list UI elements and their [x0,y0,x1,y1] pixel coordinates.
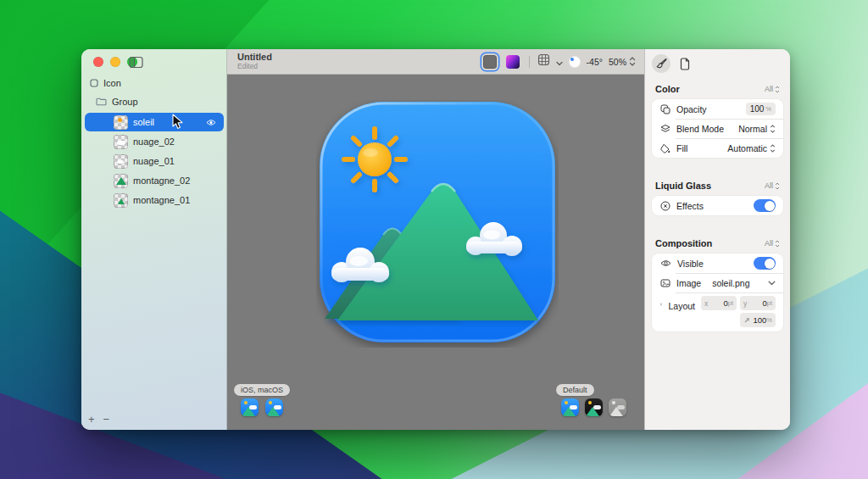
image-filename: soleil.png [712,278,749,288]
blend-mode-icon [660,124,670,134]
color-scope-selector[interactable]: All [765,85,780,93]
blend-mode-label: Blend Mode [676,124,724,134]
appearance-preview-dark[interactable] [585,398,603,416]
layout-y-input[interactable]: y 0 pt [740,296,776,310]
blend-mode-row: Blend Mode Normal [652,119,783,138]
liquid-glass-scope-selector[interactable]: All [765,181,780,190]
light-angle-button[interactable] [569,56,581,68]
layout-icon [660,299,662,309]
add-layer-button[interactable]: + [88,415,95,425]
layer-row-nuage-01[interactable]: nuage_01 [85,152,224,170]
mouse-cursor [172,114,183,133]
composition-section-title: Composition [655,238,712,248]
effects-label: Effects [676,201,704,211]
platform-preview-macos[interactable] [265,398,283,416]
toggle-sidebar-button[interactable] [129,56,143,69]
grid-options-button[interactable] [556,54,563,70]
image-label: Image [676,278,701,288]
grid-button[interactable] [537,53,550,70]
inspector-panel: Color All Opacity 100 % [644,49,790,430]
fill-row: Fill Automatic [652,138,783,158]
group-label: Group [112,97,138,107]
close-button[interactable] [93,57,103,67]
background-swatch-gradient[interactable] [504,53,521,70]
root-label: Icon [103,78,121,88]
folder-icon [96,97,107,106]
layer-row-montagne-02[interactable]: montagne_02 [85,171,224,190]
minimize-button[interactable] [110,57,120,67]
image-row: Image soleil.png [652,273,783,292]
document-state: Edited [237,63,272,71]
canvas: Untitled Edited [227,49,644,430]
opacity-icon [660,104,670,114]
scale-arrow-icon [743,317,750,324]
layout-row: Layout x 0 pt y 0 pt [652,292,783,331]
layer-name: montagne_01 [133,195,190,205]
layout-label: Layout [668,301,695,311]
icon-composer-window: Icon Group soleil [81,49,790,430]
sidebar-item-group[interactable]: Group [81,93,227,110]
stepper-icon [775,240,780,248]
effects-row: Effects [652,196,783,215]
effects-toggle[interactable] [754,199,776,212]
layer-thumbnail-mountain-small [114,193,128,208]
layout-scale-input[interactable]: 100 % [740,313,776,327]
opacity-input[interactable]: 100 % [746,103,776,115]
color-section-title: Color [655,84,680,94]
layer-row-montagne-01[interactable]: montagne_01 [85,191,224,209]
light-angle-value: -45° [587,57,603,67]
appearance-preview-mono[interactable] [609,398,626,416]
layer-thumbnail-cloud [114,154,128,169]
visible-row: Visible [652,253,783,273]
image-icon [660,279,670,287]
stepper-icon [770,144,776,153]
sidebar-icon [129,56,143,69]
sidebar: Icon Group soleil [81,49,227,430]
fill-select[interactable]: Automatic [727,143,776,153]
chevron-down-icon [768,281,776,286]
appearance-preview-default[interactable] [561,398,579,416]
appearance-chip: Default [556,384,594,396]
document-tool-button[interactable] [676,54,694,73]
desktop: Icon Group soleil [0,0,868,479]
visible-toggle[interactable] [754,257,776,270]
zoom-value: 50% [609,57,626,67]
visible-eye-icon [660,259,671,267]
remove-layer-button[interactable]: − [103,415,110,425]
opacity-label: Opacity [676,104,707,114]
layer-thumbnail-cloud [114,135,128,149]
appearance-tool-button[interactable] [652,54,670,73]
grid-icon [537,53,550,66]
fill-label: Fill [676,143,687,153]
platform-chip: iOS, macOS [234,384,290,396]
layer-name: nuage_02 [133,136,175,147]
layer-name: soleil [133,117,154,127]
layer-name: nuage_01 [133,156,175,166]
layer-thumbnail-mountain [114,174,128,188]
fill-icon [660,143,670,153]
eye-icon[interactable] [206,118,216,128]
paintbrush-icon [655,58,667,70]
layer-thumbnail-sun [114,115,128,130]
document-icon [680,58,690,70]
layer-list: soleil nuage_02 nuage_01 [81,113,227,209]
layer-name: montagne_02 [133,175,190,186]
app-icon-placeholder-icon [90,79,98,87]
stepper-icon [775,86,780,93]
zoom-stepper[interactable]: 50% [609,57,636,67]
composition-scope-selector[interactable]: All [765,239,780,248]
stepper-icon [770,125,776,133]
sun-shape [344,129,405,190]
layer-row-nuage-02[interactable]: nuage_02 [85,132,224,151]
app-icon-preview[interactable] [316,100,559,348]
image-picker-button[interactable] [768,281,776,286]
platform-preview-ios[interactable] [241,398,259,416]
effects-icon [660,201,670,211]
visible-label: Visible [677,259,704,269]
layout-x-input[interactable]: x 0 pt [701,296,737,310]
background-swatch-gray[interactable] [481,53,498,70]
blend-mode-select[interactable]: Normal [738,124,776,134]
canvas-toolbar: Untitled Edited [227,49,644,75]
layer-row-soleil[interactable]: soleil [85,113,224,131]
sidebar-item-icon-root[interactable]: Icon [81,75,227,92]
